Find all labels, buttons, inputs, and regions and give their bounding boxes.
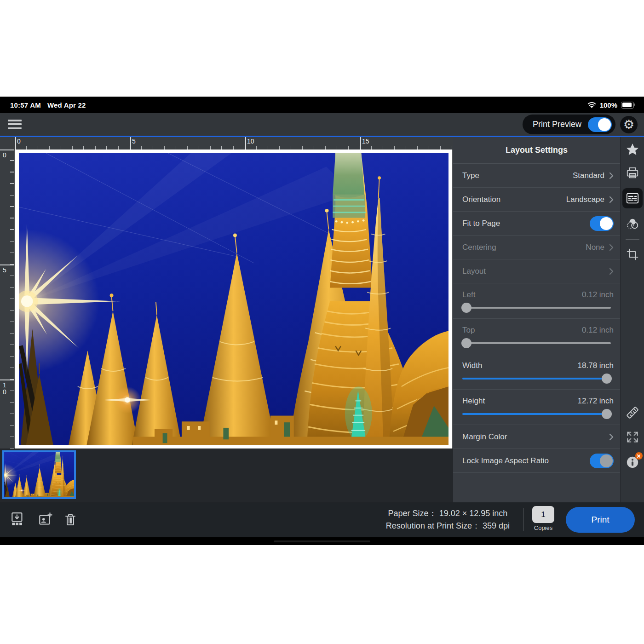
row-orientation[interactable]: Orientation Landscape — [453, 188, 620, 212]
preview-workspace: 0 5 10 15 0 5 10 — [0, 137, 453, 502]
chevron-right-icon — [609, 196, 614, 203]
copies-stepper[interactable]: 1 — [532, 506, 554, 523]
resolution-text: Resolution at Print Size： 359 dpi — [386, 520, 510, 532]
layout-settings-icon[interactable] — [625, 190, 640, 206]
type-value: Standard — [573, 171, 604, 180]
orientation-label: Orientation — [462, 195, 566, 204]
wifi-icon — [587, 102, 596, 108]
ruler-corner — [0, 137, 14, 150]
gear-icon[interactable]: ⚙ — [620, 116, 638, 133]
favorite-star-icon[interactable] — [625, 142, 640, 157]
crop-icon[interactable] — [625, 247, 640, 262]
footer-divider — [523, 508, 523, 531]
row-type[interactable]: Type Standard — [453, 164, 620, 188]
save-to-list-icon[interactable] — [9, 511, 27, 529]
delete-trash-icon[interactable] — [62, 511, 79, 529]
row-layout[interactable]: Layout — [453, 259, 620, 283]
layout-settings-panel: Layout Settings Type Standard Orientatio… — [453, 137, 620, 502]
orientation-value: Landscape — [566, 195, 604, 204]
lock-aspect-label: Lock Image Aspect Ratio — [462, 456, 590, 466]
width-value: 18.78 inch — [578, 361, 614, 370]
centering-value: None — [586, 243, 604, 252]
ruler-icon[interactable] — [625, 405, 640, 420]
status-bar: 10:57 AM Wed Apr 22 100% — [0, 97, 644, 113]
vruler-label-5: 5 — [3, 267, 8, 274]
add-image-icon[interactable] — [37, 511, 54, 529]
copies-control: 1 Copies — [532, 506, 555, 531]
copies-label: Copies — [532, 524, 555, 531]
top-label: Top — [462, 326, 582, 335]
status-time: 10:57 AM — [10, 101, 41, 109]
color-adjustment-icon[interactable] — [625, 216, 640, 232]
hruler-label-10: 10 — [247, 138, 254, 145]
row-lock-aspect-ratio: Lock Image Aspect Ratio — [453, 449, 620, 473]
info-badge-icon — [635, 452, 643, 460]
paper-size-text: Paper Size： 19.02 × 12.95 inch — [386, 507, 510, 520]
pagoda-photo — [19, 153, 448, 445]
hruler-label-15: 15 — [362, 138, 369, 145]
thumbnail-strip — [0, 448, 453, 502]
vruler-label-0: 0 — [3, 152, 8, 159]
photo-thumbnail-selected[interactable] — [2, 450, 76, 499]
left-value: 0.12 inch — [582, 290, 614, 299]
height-label: Height — [462, 397, 578, 406]
screenshot-stage: 10:57 AM Wed Apr 22 100% Print Preview ⚙… — [0, 0, 644, 644]
type-label: Type — [462, 171, 573, 180]
row-left-margin: Left 0.12 inch — [453, 283, 620, 319]
print-preview-toggle[interactable] — [588, 117, 612, 132]
status-date: Wed Apr 22 — [47, 101, 86, 109]
printer-icon[interactable] — [625, 166, 640, 181]
print-preview-pill: Print Preview — [523, 115, 615, 134]
tool-strip — [620, 137, 644, 502]
height-slider[interactable] — [462, 409, 611, 419]
chevron-right-icon — [609, 433, 614, 441]
chevron-right-icon — [609, 172, 614, 179]
print-button[interactable]: Print — [566, 507, 635, 533]
width-label: Width — [462, 361, 578, 370]
row-height: Height 12.72 inch — [453, 390, 620, 425]
hruler-label-0: 0 — [17, 138, 21, 145]
row-fit-to-page: Fit to Page — [453, 212, 620, 236]
lock-aspect-toggle[interactable] — [590, 454, 614, 468]
top-value: 0.12 inch — [582, 326, 614, 335]
home-indicator — [0, 537, 644, 545]
chevron-right-icon — [609, 244, 614, 251]
chevron-right-icon — [609, 268, 614, 275]
hruler-label-5: 5 — [132, 138, 136, 145]
print-app-window: 10:57 AM Wed Apr 22 100% Print Preview ⚙… — [0, 97, 644, 545]
horizontal-ruler: 0 5 10 15 — [14, 137, 453, 150]
width-slider[interactable] — [462, 374, 611, 384]
left-slider[interactable] — [462, 303, 611, 313]
vruler-label-10: 10 — [3, 382, 8, 396]
print-info-text: Paper Size： 19.02 × 12.95 inch Resolutio… — [386, 507, 510, 532]
vertical-ruler: 0 5 10 — [0, 150, 14, 448]
centering-label: Centering — [462, 243, 586, 252]
height-value: 12.72 inch — [578, 397, 614, 406]
row-centering[interactable]: Centering None — [453, 236, 620, 259]
bottom-bar: Paper Size： 19.02 × 12.95 inch Resolutio… — [0, 502, 644, 537]
row-width: Width 18.78 inch — [453, 354, 620, 390]
left-label: Left — [462, 290, 582, 299]
print-preview-label: Print Preview — [533, 120, 581, 129]
row-margin-color[interactable]: Margin Color — [453, 425, 620, 449]
margin-color-label: Margin Color — [462, 432, 604, 442]
info-icon[interactable] — [625, 454, 640, 470]
top-slider[interactable] — [462, 338, 611, 348]
menu-icon[interactable] — [8, 119, 22, 130]
print-preview-paper — [15, 150, 452, 448]
battery-percent: 100% — [600, 101, 617, 109]
row-top-margin: Top 0.12 inch — [453, 319, 620, 354]
fit-to-page-toggle[interactable] — [590, 216, 614, 231]
battery-icon — [621, 102, 634, 109]
strip-divider — [626, 239, 639, 240]
fit-to-page-label: Fit to Page — [462, 219, 590, 228]
panel-title: Layout Settings — [453, 137, 620, 164]
expand-icon[interactable] — [625, 429, 640, 445]
top-toolbar: Print Preview ⚙ — [0, 113, 644, 136]
layout-label: Layout — [462, 267, 604, 276]
